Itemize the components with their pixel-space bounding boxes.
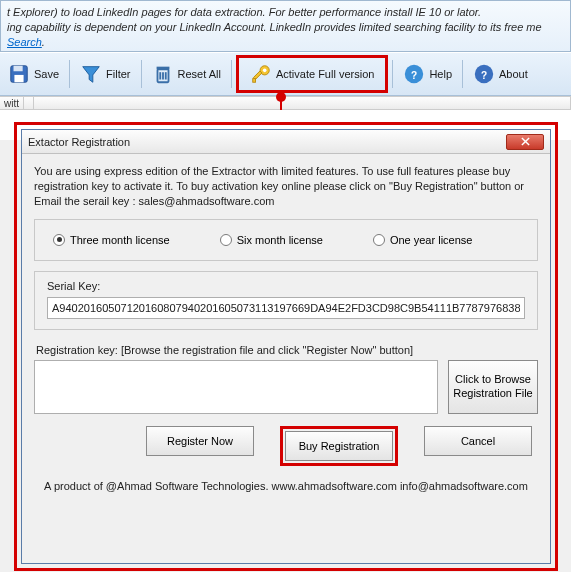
- separator: [69, 60, 70, 88]
- svg-rect-1: [14, 66, 23, 72]
- radio-icon: [53, 234, 65, 246]
- dialog-body: You are using express edition of the Ext…: [22, 154, 550, 563]
- serial-key-input[interactable]: [47, 297, 525, 319]
- license-group: Three month license Six month license On…: [34, 219, 538, 261]
- radio-icon: [220, 234, 232, 246]
- dialog-button-row: Register Now Buy Registration Cancel: [34, 426, 538, 466]
- activate-button[interactable]: Activate Full version: [243, 57, 381, 91]
- dialog-title-text: Extactor Registration: [28, 136, 506, 148]
- close-button[interactable]: [506, 134, 544, 150]
- buy-highlight-frame: Buy Registration: [280, 426, 398, 466]
- separator: [392, 60, 393, 88]
- about-icon: ?: [473, 63, 495, 85]
- about-button[interactable]: ? About: [466, 57, 535, 91]
- filter-button[interactable]: Filter: [73, 57, 137, 91]
- regkey-label: Registration key: [Browse the registrati…: [36, 344, 538, 356]
- radio-label: Three month license: [70, 234, 170, 246]
- reset-label: Reset All: [178, 68, 221, 80]
- search-link[interactable]: Search: [7, 36, 42, 48]
- separator: [231, 60, 232, 88]
- radio-icon: [373, 234, 385, 246]
- diskette-icon: [8, 63, 30, 85]
- save-button[interactable]: Save: [1, 57, 66, 91]
- col-header[interactable]: [34, 97, 571, 109]
- register-label: Register Now: [167, 435, 233, 447]
- svg-rect-2: [14, 75, 23, 82]
- help-button[interactable]: ? Help: [396, 57, 459, 91]
- help-icon: ?: [403, 63, 425, 85]
- help-label: Help: [429, 68, 452, 80]
- cancel-button[interactable]: Cancel: [424, 426, 532, 456]
- registration-key-input[interactable]: [34, 360, 438, 414]
- serial-label: Serial Key:: [47, 280, 525, 292]
- radio-six-month[interactable]: Six month license: [220, 234, 323, 246]
- radio-label: One year license: [390, 234, 473, 246]
- svg-rect-7: [156, 67, 169, 70]
- about-label: About: [499, 68, 528, 80]
- radio-label: Six month license: [237, 234, 323, 246]
- funnel-icon: [80, 63, 102, 85]
- activate-label: Activate Full version: [276, 68, 374, 80]
- info-text-2: ing capability is dependent on your Link…: [7, 21, 542, 33]
- regkey-row: Click to Browse Registration File: [34, 360, 538, 414]
- serial-group: Serial Key:: [34, 271, 538, 330]
- save-label: Save: [34, 68, 59, 80]
- intro-text: You are using express edition of the Ext…: [34, 164, 538, 209]
- key-icon: [250, 63, 272, 85]
- separator: [462, 60, 463, 88]
- trash-icon: [152, 63, 174, 85]
- filter-label: Filter: [106, 68, 130, 80]
- buy-label: Buy Registration: [299, 440, 380, 452]
- col-header-twitter[interactable]: witt: [0, 97, 24, 109]
- info-banner: t Explorer) to load LinkedIn pages for d…: [0, 0, 571, 52]
- browse-registration-button[interactable]: Click to Browse Registration File: [448, 360, 538, 414]
- browse-label: Click to Browse Registration File: [453, 373, 533, 401]
- registration-dialog: Extactor Registration You are using expr…: [21, 129, 551, 564]
- main-toolbar: Save Filter Reset All Activate Full vers…: [0, 52, 571, 96]
- svg-text:?: ?: [411, 70, 417, 81]
- separator: [141, 60, 142, 88]
- info-text-1: t Explorer) to load LinkedIn pages for d…: [7, 6, 481, 18]
- col-header[interactable]: [24, 97, 34, 109]
- buy-registration-button[interactable]: Buy Registration: [285, 431, 393, 461]
- close-icon: [521, 136, 530, 148]
- radio-three-month[interactable]: Three month license: [53, 234, 170, 246]
- dialog-titlebar: Extactor Registration: [22, 130, 550, 154]
- dialog-highlight-frame: Extactor Registration You are using expr…: [14, 122, 558, 571]
- radio-one-year[interactable]: One year license: [373, 234, 473, 246]
- dialog-footer: A product of @Ahmad Software Technologie…: [34, 476, 538, 500]
- reset-all-button[interactable]: Reset All: [145, 57, 228, 91]
- cancel-label: Cancel: [461, 435, 495, 447]
- svg-point-9: [263, 69, 267, 73]
- register-now-button[interactable]: Register Now: [146, 426, 254, 456]
- license-options: Three month license Six month license On…: [47, 230, 525, 250]
- svg-text:?: ?: [481, 70, 487, 81]
- activate-highlight-frame: Activate Full version: [236, 55, 388, 93]
- svg-rect-11: [253, 79, 256, 83]
- callout-connector: [280, 94, 282, 110]
